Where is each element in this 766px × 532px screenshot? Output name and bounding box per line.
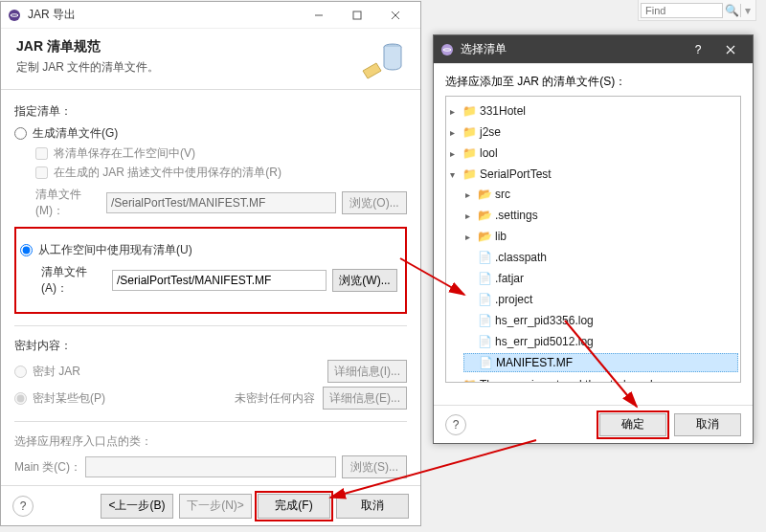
window-title: 选择清单 — [461, 41, 682, 57]
file-icon: 📄 — [477, 334, 492, 349]
tree-item-folder[interactable]: ▸📂lib — [463, 227, 738, 246]
not-sealed-text: 未密封任何内容 — [235, 390, 315, 407]
help-icon[interactable]: ? — [12, 496, 34, 517]
use-existing-label: 从工作空间中使用现有清单(U) — [38, 242, 192, 258]
main-class-input — [85, 456, 336, 477]
manifest-file-m-input — [106, 192, 336, 213]
tree-item-project[interactable]: ▸📁The experiment and the studywork — [448, 375, 738, 383]
dialog-heading: JAR 清单规范 — [16, 38, 405, 55]
next-button: 下一步(N)> — [179, 494, 252, 519]
tree-item-project[interactable]: ▸📁j2se — [448, 122, 738, 142]
maximize-button[interactable] — [338, 4, 376, 27]
svg-line-9 — [727, 46, 734, 54]
reuse-saved-option[interactable]: 在生成的 JAR 描述文件中使用保存的清单(R) — [35, 165, 407, 181]
window-buttons: ? — [682, 38, 747, 61]
generate-manifest-label: 生成清单文件(G) — [33, 125, 118, 142]
tree-item-file[interactable]: 📄.project — [463, 290, 738, 309]
use-existing-highlight: 从工作空间中使用现有清单(U) 清单文件(A)： 浏览(W)... — [14, 227, 407, 314]
titlebar: 选择清单 ? — [434, 35, 753, 64]
manifest-file-a-row: 清单文件(A)： 浏览(W)... — [41, 264, 397, 297]
svg-line-4 — [392, 11, 399, 19]
manifest-file-m-label: 清单文件(M)： — [35, 187, 106, 219]
reuse-saved-checkbox[interactable] — [35, 166, 48, 179]
search-icon[interactable]: 🔍 — [723, 4, 740, 17]
seal-some-label: 密封某些包(P) — [33, 390, 105, 407]
dialog-header: JAR 清单规范 定制 JAR 文件的清单文件。 — [1, 29, 420, 90]
find-input[interactable] — [641, 3, 723, 18]
use-existing-radio[interactable] — [20, 244, 33, 256]
browse-w-button[interactable]: 浏览(W)... — [332, 269, 397, 292]
details-e-button: 详细信息(E)... — [323, 387, 407, 410]
specify-manifest-label: 指定清单： — [14, 103, 407, 120]
help-button[interactable]: ? — [682, 38, 714, 61]
save-in-workspace-checkbox[interactable] — [35, 147, 48, 160]
seal-some-radio[interactable] — [14, 392, 27, 405]
select-manifest-dialog: 选择清单 ? 选择应添加至 JAR 的清单文件(S)： ▸📁331Hotel ▸… — [433, 34, 754, 444]
reuse-saved-label: 在生成的 JAR 描述文件中使用保存的清单(R) — [54, 165, 282, 181]
cancel-button[interactable]: 取消 — [674, 413, 741, 436]
generate-manifest-radio[interactable] — [14, 127, 27, 140]
file-icon: 📄 — [478, 355, 493, 370]
window-buttons — [300, 4, 415, 27]
seal-jar-label: 密封 JAR — [33, 364, 80, 380]
tree-item-file[interactable]: 📄.fatjar — [463, 269, 738, 288]
jar-export-dialog: JAR 导出 JAR 清单规范 定制 JAR 文件的清单文件。 指定清单： 生成… — [0, 1, 421, 526]
ok-button[interactable]: 确定 — [599, 413, 666, 436]
select-prompt: 选择应添加至 JAR 的清单文件(S)： — [445, 74, 741, 90]
close-button[interactable] — [376, 4, 415, 27]
select-footer: ? 确定 取消 — [434, 405, 753, 443]
finish-button[interactable]: 完成(F) — [258, 494, 330, 519]
minimize-button[interactable] — [300, 4, 338, 27]
seal-content-label: 密封内容： — [14, 338, 407, 354]
main-class-row: Main 类(C)： 浏览(S)... — [14, 455, 407, 478]
tree-item-file[interactable]: 📄hs_err_pid3356.log — [463, 311, 738, 330]
tree-item-file[interactable]: 📄hs_err_pid5012.log — [463, 332, 738, 351]
tree-item-file-selected[interactable]: 📄MANIFEST.MF — [463, 353, 738, 372]
project-icon: 📁 — [462, 377, 477, 383]
seal-jar-radio[interactable] — [14, 366, 27, 378]
main-class-label: Main 类(C)： — [14, 459, 85, 476]
chevron-down-icon[interactable]: ▾ — [740, 4, 754, 17]
jar-icon — [361, 36, 407, 82]
dialog-subheading: 定制 JAR 文件的清单文件。 — [16, 59, 405, 76]
folder-icon: 📂 — [477, 208, 492, 223]
back-button[interactable]: <上一步(B) — [101, 494, 173, 519]
window-title: JAR 导出 — [28, 7, 300, 23]
tree-item-folder[interactable]: ▸📂.settings — [463, 206, 738, 225]
tree-item-project[interactable]: ▸📁lool — [448, 144, 738, 163]
find-toolbar: 🔍 ▾ — [638, 0, 756, 21]
save-in-workspace-option[interactable]: 将清单保存在工作空间中(V) — [35, 145, 407, 162]
use-existing-option[interactable]: 从工作空间中使用现有清单(U) — [20, 242, 397, 258]
tree-item-file[interactable]: 📄.classpath — [463, 248, 738, 267]
manifest-file-m-row: 清单文件(M)： 浏览(O)... — [35, 187, 407, 219]
details-i-button: 详细信息(I)... — [327, 360, 407, 383]
cancel-button[interactable]: 取消 — [336, 494, 409, 519]
seal-jar-option[interactable]: 密封 JAR 详细信息(I)... — [14, 360, 407, 383]
svg-line-5 — [392, 11, 399, 19]
file-icon: 📄 — [477, 313, 492, 328]
dialog-footer: ? <上一步(B) 下一步(N)> 完成(F) 取消 — [1, 485, 420, 525]
close-button[interactable] — [714, 38, 747, 61]
seal-some-option[interactable]: 密封某些包(P) 未密封任何内容 详细信息(E)... — [14, 387, 407, 410]
eclipse-icon — [7, 8, 22, 23]
tree-item-folder[interactable]: ▸📂src — [463, 185, 738, 204]
eclipse-icon — [439, 42, 455, 57]
generate-manifest-option[interactable]: 生成清单文件(G) — [14, 125, 407, 142]
project-tree[interactable]: ▸📁331Hotel ▸📁j2se ▸📁lool ▾📁SerialPortTes… — [445, 96, 741, 383]
file-icon: 📄 — [477, 292, 492, 307]
file-icon: 📄 — [477, 250, 492, 265]
project-icon: 📁 — [462, 145, 477, 161]
divider — [14, 421, 407, 422]
save-in-workspace-label: 将清单保存在工作空间中(V) — [54, 145, 195, 162]
svg-line-10 — [727, 46, 734, 54]
help-icon[interactable]: ? — [445, 414, 466, 435]
browse-s-button: 浏览(S)... — [342, 455, 407, 478]
tree-item-project[interactable]: ▸📁331Hotel — [448, 101, 738, 121]
project-icon: 📁 — [462, 166, 477, 182]
tree-item-project[interactable]: ▾📁SerialPortTest — [448, 165, 738, 184]
divider — [14, 325, 407, 326]
manifest-file-a-input[interactable] — [112, 270, 327, 291]
manifest-file-a-label: 清单文件(A)： — [41, 264, 112, 297]
folder-icon: 📂 — [477, 229, 492, 244]
project-icon: 📁 — [462, 124, 477, 140]
